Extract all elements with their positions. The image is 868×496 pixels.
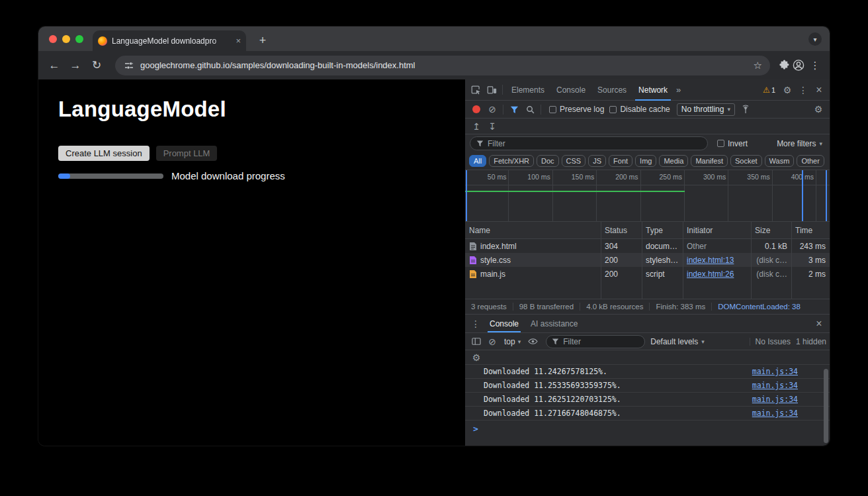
no-issues-label[interactable]: No Issues [756,337,791,346]
source-link[interactable]: main.js:34 [752,395,798,404]
chip-fetch-xhr[interactable]: Fetch/XHR [489,155,534,167]
chip-img[interactable]: Img [635,155,656,167]
url-text[interactable]: googlechrome.github.io/samples/downloadi… [140,60,748,70]
tab-search-button[interactable]: ▾ [808,32,822,46]
table-row[interactable]: style.css 200 stylesh… index.html:13 (di… [465,253,830,267]
browser-menu-icon[interactable]: ⋮ [807,60,823,72]
close-window-button[interactable] [49,35,57,43]
minimize-window-button[interactable] [62,35,70,43]
address-bar[interactable]: googlechrome.github.io/samples/downloadi… [115,56,770,75]
prompt-llm-button[interactable]: Prompt LLM [156,146,218,161]
chip-wasm[interactable]: Wasm [765,155,795,167]
table-row[interactable]: index.html 304 docum… Other 0.1 kB 243 m… [465,239,830,253]
bookmark-star-icon[interactable]: ☆ [754,60,762,72]
network-settings-icon[interactable]: ⚙ [810,102,826,117]
source-link[interactable]: main.js:34 [752,367,798,376]
network-filter-icon[interactable] [506,102,522,117]
invert-checkbox[interactable] [717,140,724,147]
chevron-down-icon: ▾ [727,106,730,113]
preserve-log-label: Preserve log [560,105,604,114]
console-filter-input[interactable] [563,337,639,346]
clear-console-icon[interactable]: ⊘ [484,334,500,349]
initiator-link[interactable]: index.html:13 [687,256,734,265]
web-page: LanguageModel Create LLM session Prompt … [38,79,465,446]
col-type: Type [642,226,683,235]
browser-tab[interactable]: LanguageModel downloadpro × [93,30,246,51]
devtools-settings-icon[interactable]: ⚙ [779,83,795,97]
chip-js[interactable]: JS [588,155,606,167]
hidden-messages-label[interactable]: 1 hidden [796,337,826,346]
console-context-select[interactable]: top ▾ [500,337,525,346]
back-button[interactable]: ← [45,56,64,75]
load-event-marker [826,170,827,221]
record-network-log-icon[interactable] [472,105,480,113]
maximize-window-button[interactable] [75,35,83,43]
chip-other[interactable]: Other [797,155,824,167]
drawer-tab-console[interactable]: Console [484,315,525,332]
console-prompt[interactable]: > [465,421,830,436]
tab-close-icon[interactable]: × [236,36,241,45]
col-name: Name [465,226,601,235]
devtools-menu-icon[interactable]: ⋮ [795,83,811,97]
chip-media[interactable]: Media [659,155,688,167]
create-llm-session-button[interactable]: Create LLM session [58,146,150,161]
drawer-close-icon[interactable]: × [811,317,827,331]
col-size: Size [751,226,791,235]
extensions-icon[interactable] [778,60,790,72]
source-link[interactable]: main.js:34 [752,409,798,418]
request-type-chips: All Fetch/XHR Doc CSS JS Font Img Media … [465,152,830,170]
chip-manifest[interactable]: Manifest [691,155,728,167]
device-toolbar-icon[interactable] [484,83,499,97]
live-expression-eye-icon[interactable] [525,334,541,349]
tab-network[interactable]: Network [632,79,673,101]
console-filter-input-wrap[interactable] [546,335,645,348]
forward-button[interactable]: → [66,56,85,75]
script-icon [469,270,477,279]
console-settings-icon[interactable]: ⚙ [468,350,484,365]
console-sidebar-icon[interactable] [468,334,484,349]
tick-label: 200 ms [615,173,638,181]
network-filter-input[interactable] [488,139,701,148]
browser-window: LanguageModel downloadpro × + ▾ ← → ↻ go… [38,26,830,446]
table-row[interactable]: main.js 200 script index.html:26 (disk c… [465,267,830,281]
drawer-tab-ai-assistance[interactable]: AI assistance [525,315,584,332]
new-tab-button[interactable]: + [254,32,271,49]
stylesheet-icon [469,256,477,265]
reload-button[interactable]: ↻ [87,56,106,75]
chip-css[interactable]: CSS [562,155,586,167]
import-har-icon[interactable]: ↥ [468,121,484,132]
chip-doc[interactable]: Doc [537,155,559,167]
summary-transferred: 98 B transferred [519,303,574,311]
more-tabs-icon[interactable]: » [673,85,683,95]
summary-dom-content-loaded: DOMContentLoaded: 38 [718,303,801,311]
disable-cache-checkbox[interactable] [609,106,617,113]
summary-resources: 4.0 kB resources [586,303,643,311]
preserve-log-checkbox[interactable] [549,106,556,113]
source-link[interactable]: main.js:34 [752,381,798,390]
table-header[interactable]: Name Status Type Initiator Size Time [465,222,830,239]
error-warning-icon[interactable]: ⚠ [763,85,770,95]
profile-avatar-icon[interactable] [793,60,804,72]
chip-socket[interactable]: Socket [730,155,762,167]
clear-network-log-icon[interactable]: ⊘ [484,102,500,117]
network-overview-timeline[interactable]: 50 ms 100 ms 150 ms 200 ms 250 ms 300 ms… [465,170,830,222]
network-conditions-icon[interactable] [738,102,754,117]
tab-console[interactable]: Console [550,79,591,101]
export-har-icon[interactable]: ↧ [484,121,500,132]
tab-sources[interactable]: Sources [591,79,632,101]
throttling-select[interactable]: No throttling ▾ [677,103,735,116]
chip-all[interactable]: All [469,155,486,167]
log-levels-select[interactable]: Default levels ▾ [650,337,705,346]
initiator-link[interactable]: index.html:26 [687,270,734,279]
console-message: Downloaded 11.27166748046875%. main.js:3… [465,407,830,421]
inspect-element-icon[interactable] [468,83,484,97]
network-filter-input-wrap[interactable] [470,136,708,150]
devtools-scrollbar[interactable] [824,369,828,443]
more-filters-dropdown[interactable]: More filters ▾ [777,139,825,148]
network-search-icon[interactable] [522,102,538,117]
devtools-close-icon[interactable]: × [811,83,827,97]
chip-font[interactable]: Font [609,155,632,167]
site-settings-icon[interactable] [123,60,135,72]
drawer-menu-icon[interactable]: ⋮ [468,317,484,331]
tab-elements[interactable]: Elements [505,79,550,101]
